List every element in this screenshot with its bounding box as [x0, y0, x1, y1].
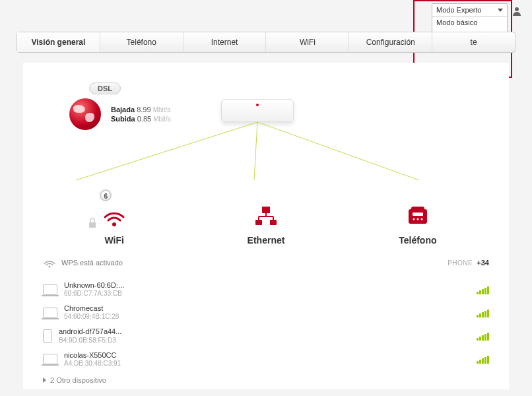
tab-wifi[interactable]: WiFi — [266, 32, 349, 52]
svg-point-16 — [413, 218, 415, 220]
tab-overview[interactable]: Visión general — [17, 32, 100, 52]
phone-title: Teléfono — [347, 235, 489, 246]
topology-lines — [23, 122, 509, 188]
wifi-column: 6 WiFi — [43, 203, 185, 246]
phone-info: PHONE +34 — [448, 259, 489, 267]
laptop-icon — [43, 308, 57, 318]
expand-icon — [43, 378, 46, 383]
wps-status: WPS está activado — [43, 257, 123, 268]
svg-rect-4 — [89, 222, 96, 228]
wps-icon — [43, 257, 56, 268]
other-devices-toggle[interactable]: 2 Otro dispositivo — [43, 376, 489, 384]
speed-unit: Mbit/s — [153, 106, 171, 114]
phone-label: PHONE — [448, 259, 473, 267]
laptop-icon — [43, 354, 57, 364]
signal-bars-icon — [477, 354, 489, 364]
signal-bars-icon — [477, 331, 489, 341]
svg-point-18 — [420, 218, 422, 220]
list-item[interactable]: Chromecast54:60:09:4B:1C:28 — [43, 301, 489, 324]
device-name: nicolas-X550CC — [64, 351, 470, 360]
wifi-device-count: 6 — [100, 189, 112, 201]
svg-line-1 — [76, 122, 257, 180]
svg-rect-13 — [409, 209, 427, 224]
other-devices-label: 2 Otro dispositivo — [50, 376, 106, 384]
device-mac: A4:DB:30:48:C3:91 — [64, 360, 470, 368]
user-icon[interactable] — [512, 6, 522, 16]
mode-option-basic[interactable]: Modo básico — [432, 16, 507, 28]
tab-last[interactable]: te — [432, 32, 515, 52]
signal-bars-icon — [477, 285, 489, 294]
svg-line-3 — [257, 122, 419, 180]
svg-rect-14 — [411, 207, 424, 211]
device-name: Unknown-60:6D:... — [64, 281, 470, 290]
chevron-down-icon — [498, 9, 503, 12]
download-label: Bajada — [111, 106, 135, 114]
speed-info: Bajada 8.99 Mbit/s Subida 0.85 Mbit/s — [111, 105, 171, 124]
device-list: Unknown-60:6D:...60:6D:C7:7A:33:CB Chrom… — [43, 278, 489, 371]
list-item[interactable]: Unknown-60:6D:...60:6D:C7:7A:33:CB — [43, 278, 489, 301]
phone-prefix: +34 — [477, 259, 489, 267]
tab-telefono[interactable]: Teléfono — [100, 32, 183, 52]
phone-icon — [405, 203, 431, 229]
svg-rect-15 — [413, 213, 423, 216]
phone-column: Teléfono — [347, 203, 489, 246]
dsl-badge: DSL — [89, 82, 121, 94]
svg-line-2 — [254, 122, 257, 180]
ethernet-title: Ethernet — [195, 235, 337, 246]
router-icon — [221, 99, 294, 122]
device-mac: 54:60:09:4B:1C:28 — [64, 313, 470, 321]
svg-rect-7 — [255, 220, 262, 225]
wifi-icon — [101, 203, 127, 229]
list-item[interactable]: nicolas-X550CCA4:DB:30:48:C3:91 — [43, 348, 489, 371]
mode-current-label: Modo Experto — [436, 6, 481, 14]
mode-dropdown-selected[interactable]: Modo Experto — [432, 4, 507, 16]
device-mac: B4:9D:0B:58:F5:D3 — [59, 337, 470, 345]
device-name: Chromecast — [64, 304, 470, 313]
tablet-icon — [43, 329, 52, 343]
download-value: 8.99 — [137, 106, 150, 114]
device-name: android-df757a44... — [59, 327, 470, 336]
main-tabs: Visión general Teléfono Internet WiFi Co… — [17, 32, 515, 53]
svg-rect-8 — [270, 220, 277, 225]
wps-status-text: WPS está activado — [61, 259, 123, 267]
svg-point-19 — [49, 266, 51, 268]
lock-icon — [88, 218, 97, 228]
ethernet-icon — [253, 203, 279, 229]
svg-rect-6 — [262, 207, 270, 213]
device-mac: 60:6D:C7:7A:33:CB — [64, 290, 470, 298]
svg-point-17 — [416, 218, 418, 220]
list-item[interactable]: android-df757a44...B4:9D:0B:58:F5:D3 — [43, 324, 489, 347]
tab-internet[interactable]: Internet — [183, 32, 267, 52]
laptop-icon — [43, 284, 57, 295]
tab-config[interactable]: Configuración — [349, 32, 432, 52]
svg-point-0 — [515, 7, 519, 11]
svg-point-5 — [112, 222, 116, 226]
ethernet-column: Ethernet — [195, 203, 337, 246]
signal-bars-icon — [477, 308, 489, 317]
main-panel: DSL Bajada 8.99 Mbit/s Subida 0.85 Mbit/… — [23, 63, 509, 389]
wifi-title: WiFi — [43, 235, 185, 246]
